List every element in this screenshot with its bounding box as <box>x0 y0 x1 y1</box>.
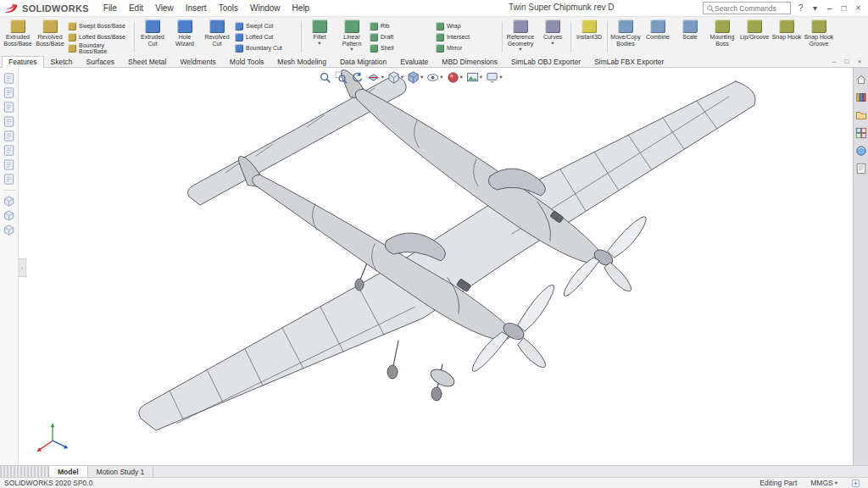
search-input[interactable] <box>715 4 782 13</box>
dropdown-arrow-icon[interactable]: ▾ <box>381 75 384 80</box>
left-toolbar-icon[interactable] <box>3 130 15 142</box>
menu-window[interactable]: Window <box>244 2 287 14</box>
dropdown-arrow-icon[interactable]: ▾ <box>420 75 423 80</box>
tab-simlab-fbx-exporter[interactable]: SimLab FBX Exporter <box>587 56 670 67</box>
dropdown-arrow-icon[interactable]: ▾ <box>350 47 353 53</box>
tab-surfaces[interactable]: Surfaces <box>80 56 122 67</box>
menu-file[interactable]: File <box>97 2 123 14</box>
scale-button[interactable]: Scale <box>674 18 706 56</box>
shell-button[interactable]: Shell <box>368 43 434 53</box>
previous-view-icon[interactable] <box>352 71 364 84</box>
snap-hook-groove-button[interactable]: Snap Hook Groove <box>803 18 835 56</box>
curves-button[interactable]: Curves▾ <box>537 18 569 56</box>
tab-features[interactable]: Features <box>2 56 44 68</box>
dropdown-arrow-icon[interactable]: ▾ <box>499 75 502 80</box>
tab-sheet-metal[interactable]: Sheet Metal <box>121 56 173 67</box>
left-toolbar-icon[interactable] <box>3 144 15 157</box>
section-view-icon[interactable]: ▾ <box>368 71 384 84</box>
options-arrow-button[interactable]: ▾ <box>808 2 822 14</box>
swept-boss-base-button[interactable]: Swept Boss/Base <box>66 21 132 31</box>
zoom-to-area-icon[interactable] <box>336 71 348 84</box>
tab-mesh-modeling[interactable]: Mesh Modeling <box>270 56 333 67</box>
tab-evaluate[interactable]: Evaluate <box>393 56 435 67</box>
status-tag-icon[interactable] <box>851 479 860 488</box>
model-tab-motion-study-1[interactable]: Motion Study 1 <box>88 466 154 477</box>
tab-data-migration[interactable]: Data Migration <box>333 56 393 67</box>
tab-mold-tools[interactable]: Mold Tools <box>223 56 270 67</box>
tab-weldments[interactable]: Weldments <box>173 56 222 67</box>
mounting-boss-button[interactable]: Mounting Boss <box>706 18 738 56</box>
extruded-cut-button[interactable]: Extruded Cut <box>136 18 169 56</box>
reference-geometry-button[interactable]: Reference Geometry▾ <box>504 18 537 56</box>
boundary-cut-button[interactable]: Boundary Cut <box>233 43 299 53</box>
wrap-button[interactable]: Wrap <box>434 21 500 31</box>
zoom-to-fit-icon[interactable] <box>320 71 332 84</box>
left-toolbar-icon[interactable] <box>3 115 15 128</box>
tab-mbd-dimensions[interactable]: MBD Dimensions <box>435 56 504 67</box>
units-selector[interactable]: MMGS ▾ <box>810 479 837 487</box>
solidworks-resources-icon[interactable] <box>855 74 867 86</box>
linear-pattern-button[interactable]: Linear Pattern▾ <box>336 18 368 56</box>
left-toolbar-icon[interactable] <box>3 101 15 114</box>
maximize-button[interactable]: □ <box>837 2 851 14</box>
file-explorer-icon[interactable] <box>855 109 867 121</box>
left-toolbar-icon[interactable] <box>3 173 15 186</box>
extruded-boss-base-button[interactable]: Extruded Boss/Base <box>2 18 34 56</box>
dropdown-arrow-icon[interactable]: ▾ <box>401 75 403 80</box>
left-toolbar-icon[interactable] <box>3 86 15 99</box>
tab-simlab-obj-exporter[interactable]: SimLab OBJ Exporter <box>504 56 587 67</box>
dropdown-arrow-icon[interactable]: ▾ <box>551 41 554 47</box>
menu-view[interactable]: View <box>149 2 180 14</box>
dropdown-arrow-icon[interactable]: ▾ <box>480 75 482 80</box>
featuremanager-flyout-arrow[interactable]: ‹ <box>19 258 26 277</box>
revolved-cut-button[interactable]: Revolved Cut <box>201 18 233 56</box>
tab-scroll-handle[interactable] <box>0 466 49 477</box>
left-toolbar-icon[interactable] <box>3 209 15 222</box>
left-toolbar-icon[interactable] <box>3 224 15 236</box>
help-button[interactable]: ? <box>793 2 808 14</box>
doc-minimize-button[interactable]: – <box>828 57 840 66</box>
menu-help[interactable]: Help <box>287 2 316 14</box>
tab-sketch[interactable]: Sketch <box>44 56 80 67</box>
instant3d-button[interactable]: Instant3D <box>573 18 605 56</box>
intersect-button[interactable]: Intersect <box>434 32 500 42</box>
close-button[interactable]: × <box>851 2 865 14</box>
snap-hook-button[interactable]: Snap Hook <box>771 18 803 56</box>
move-copy-bodies-button[interactable]: Move/Copy Bodies <box>609 18 642 56</box>
lofted-boss-base-button[interactable]: Lofted Boss/Base <box>66 32 132 42</box>
swept-cut-button[interactable]: Swept Cut <box>233 21 299 31</box>
edit-appearance-icon[interactable]: ▾ <box>447 71 463 84</box>
boundary-boss-base-button[interactable]: Boundary Boss/Base <box>66 43 132 53</box>
design-library-icon[interactable] <box>855 92 867 103</box>
dropdown-arrow-icon[interactable]: ▾ <box>318 41 320 47</box>
dropdown-arrow-icon[interactable]: ▾ <box>519 47 521 53</box>
menu-insert[interactable]: Insert <box>180 2 213 14</box>
view-orientation-icon[interactable]: ▾ <box>387 71 403 84</box>
mirror-button[interactable]: Mirror <box>434 43 500 53</box>
left-toolbar-icon[interactable] <box>3 158 15 171</box>
left-toolbar-icon[interactable] <box>3 72 15 85</box>
left-toolbar-icon[interactable] <box>3 195 15 208</box>
doc-close-button[interactable]: × <box>854 57 865 66</box>
hole-wizard-button[interactable]: Hole Wizard <box>169 18 201 56</box>
lofted-cut-button[interactable]: Lofted Cut <box>233 32 299 42</box>
combine-button[interactable]: Combine <box>642 18 674 56</box>
appearances-scenes-icon[interactable] <box>855 145 867 157</box>
apply-scene-icon[interactable]: ▾ <box>466 71 482 84</box>
model-tab-model[interactable]: Model <box>49 466 88 477</box>
dropdown-arrow-icon[interactable]: ▾ <box>460 75 463 80</box>
display-style-icon[interactable]: ▾ <box>407 71 423 84</box>
hide-show-items-icon[interactable]: ▾ <box>426 71 442 84</box>
view-settings-icon[interactable]: ▾ <box>486 71 502 84</box>
rib-button[interactable]: Rib <box>368 21 434 31</box>
custom-properties-icon[interactable] <box>855 163 867 175</box>
fillet-button[interactable]: Fillet▾ <box>303 18 336 56</box>
minimize-button[interactable]: – <box>822 2 837 14</box>
aircraft-model[interactable] <box>19 68 853 465</box>
revolved-boss-base-button[interactable]: Revolved Boss/Base <box>34 18 66 56</box>
dropdown-arrow-icon[interactable]: ▾ <box>440 75 442 80</box>
view-palette-icon[interactable] <box>855 127 867 139</box>
menu-edit[interactable]: Edit <box>123 2 149 14</box>
draft-button[interactable]: Draft <box>368 32 434 42</box>
graphics-viewport[interactable]: ▾▾▾▾▾▾▾ <box>19 68 853 465</box>
